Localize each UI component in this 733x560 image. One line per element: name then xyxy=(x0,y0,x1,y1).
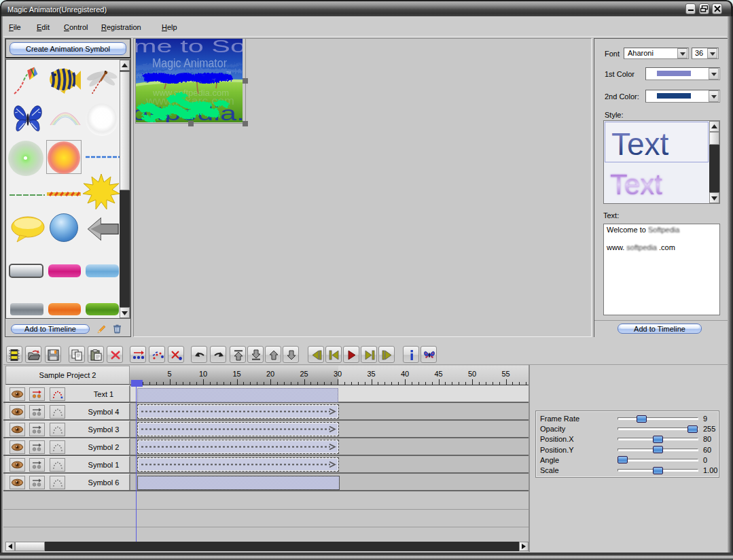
svg-text:Text: Text xyxy=(611,126,669,161)
svg-text:Text: Text xyxy=(610,169,662,200)
